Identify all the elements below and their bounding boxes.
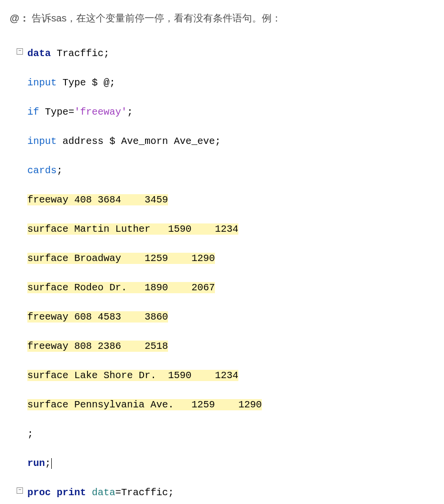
- sas-code-block: −data Tracffic; input Type $ @; if Type=…: [14, 32, 434, 504]
- kw-input2: input: [27, 136, 57, 147]
- kw-data: data: [27, 48, 51, 59]
- fold-icon[interactable]: −: [17, 487, 23, 494]
- data-line: surface Lake Shore Dr. 1590 1234: [27, 370, 238, 381]
- kw-if: if: [27, 106, 39, 118]
- kw-proc-print: proc print: [27, 487, 86, 498]
- kw-cards: cards: [27, 165, 57, 176]
- fold-icon[interactable]: −: [17, 48, 23, 55]
- headline-prefix: @：: [10, 13, 29, 23]
- headline: @： 告诉sas，在这个变量前停一停，看有没有条件语句。例：: [10, 12, 434, 25]
- headline-text: 告诉sas，在这个变量前停一停，看有没有条件语句。例：: [29, 13, 282, 23]
- text-cursor-icon: [51, 458, 52, 469]
- data-line: freeway 808 2386 2518: [27, 341, 168, 352]
- data-line: surface Broadway 1259 1290: [27, 253, 215, 264]
- kw-input: input: [27, 77, 57, 88]
- data-line: freeway 408 3684 3459: [27, 194, 168, 205]
- kw-run: run: [27, 458, 45, 469]
- cards-terminator: ;: [27, 428, 33, 440]
- data-line: surface Pennsylvania Ave. 1259 1290: [27, 399, 262, 410]
- data-line: freeway 608 4583 3860: [27, 311, 168, 323]
- data-line: surface Martin Luther 1590 1234: [27, 223, 238, 235]
- data-line: surface Rodeo Dr. 1890 2067: [27, 282, 215, 293]
